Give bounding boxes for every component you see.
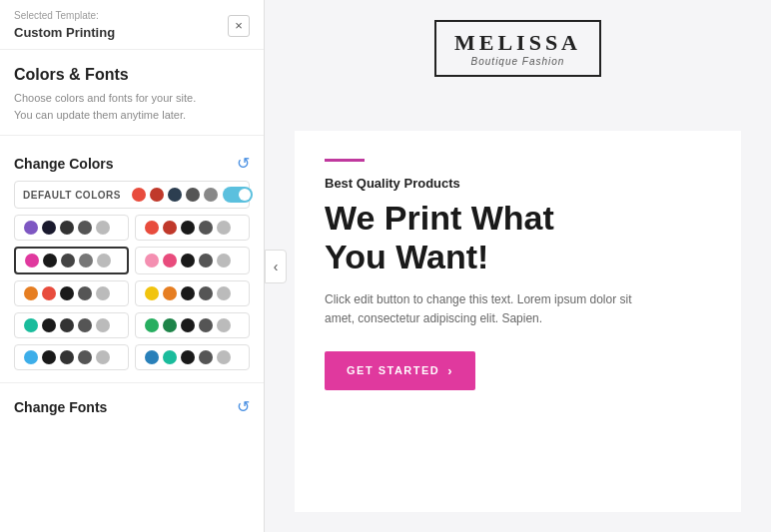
- color-dot: [145, 318, 159, 332]
- color-dots-red-dark: [144, 221, 232, 235]
- brand-name: MELISSA: [454, 30, 581, 56]
- color-dot: [181, 254, 195, 267]
- color-dot: [163, 318, 177, 332]
- color-dots-yellow: [144, 286, 232, 300]
- selected-template-header: Selected Template: Custom Printing ×: [0, 0, 264, 50]
- color-dot: [61, 254, 75, 267]
- color-dot: [24, 318, 38, 332]
- color-dot: [145, 350, 159, 364]
- hero-cta-arrow-icon: ›: [447, 363, 453, 378]
- color-dot: [60, 318, 74, 332]
- color-dots-green: [144, 318, 232, 332]
- color-dot: [186, 188, 200, 202]
- color-dot: [97, 254, 111, 267]
- color-dot: [163, 254, 177, 267]
- hero-title: We Print WhatYou Want!: [325, 199, 711, 276]
- change-fonts-header: Change Fonts ↺: [0, 382, 264, 424]
- brand-tagline: Boutique Fashion: [454, 56, 581, 67]
- color-dot: [78, 221, 92, 235]
- color-dot: [199, 221, 213, 235]
- color-dot: [42, 350, 56, 364]
- color-options: DEFAULT COLORS: [0, 181, 264, 378]
- color-dot: [42, 221, 56, 235]
- default-colors-toggle[interactable]: [223, 187, 253, 203]
- color-dot: [145, 286, 159, 300]
- color-dot: [78, 286, 92, 300]
- color-dot: [78, 318, 92, 332]
- color-dot: [43, 254, 57, 267]
- color-dots-light-pink: [144, 254, 232, 267]
- preview-content: ‹ MELISSA Boutique Fashion Best Quality …: [265, 0, 771, 532]
- color-row-orange[interactable]: [14, 280, 129, 306]
- color-dot: [168, 188, 182, 202]
- color-dot: [24, 221, 38, 235]
- selected-template-label: Selected Template:: [14, 10, 115, 21]
- color-dot: [199, 350, 213, 364]
- color-dot: [217, 350, 231, 364]
- color-dot: [150, 188, 164, 202]
- color-rows-grid: [14, 215, 250, 370]
- color-dot: [24, 350, 38, 364]
- color-dot: [217, 254, 231, 267]
- color-dot: [199, 286, 213, 300]
- reset-colors-icon[interactable]: ↺: [237, 154, 250, 173]
- selected-template-name: Custom Printing: [14, 25, 115, 40]
- hero-body: Click edit button to change this text. L…: [325, 290, 664, 328]
- hero-subtitle: Best Quality Products: [325, 176, 711, 191]
- collapse-panel-button[interactable]: ‹: [265, 250, 287, 283]
- color-dot: [181, 221, 195, 235]
- brand-logo: MELISSA Boutique Fashion: [434, 20, 601, 77]
- color-dot: [204, 188, 218, 202]
- hero-cta-label: GET STARTED: [347, 364, 439, 376]
- change-fonts-title: Change Fonts: [14, 399, 107, 415]
- color-dot: [42, 318, 56, 332]
- left-panel: Selected Template: Custom Printing × Col…: [0, 0, 265, 532]
- color-dot: [199, 254, 213, 267]
- color-dot: [60, 350, 74, 364]
- color-row-teal[interactable]: [14, 312, 129, 338]
- color-dot: [217, 318, 231, 332]
- color-dot: [217, 221, 231, 235]
- preview-hero: Best Quality Products We Print WhatYou W…: [295, 131, 741, 512]
- color-dot: [96, 221, 110, 235]
- color-row-pink[interactable]: [14, 247, 129, 274]
- reset-fonts-icon[interactable]: ↺: [237, 397, 250, 416]
- color-dot: [96, 318, 110, 332]
- color-dot: [181, 350, 195, 364]
- right-preview: ‹ MELISSA Boutique Fashion Best Quality …: [265, 0, 771, 532]
- colors-fonts-section: Colors & Fonts Choose colors and fonts f…: [0, 50, 264, 131]
- change-colors-header: Change Colors ↺: [0, 140, 264, 181]
- color-row-yellow[interactable]: [135, 280, 250, 306]
- color-dots-blue: [23, 350, 111, 364]
- color-dot: [24, 286, 38, 300]
- color-dot: [181, 318, 195, 332]
- hero-cta-button[interactable]: GET STARTED ›: [325, 351, 475, 390]
- color-row-blue[interactable]: [14, 344, 129, 370]
- color-dot: [132, 188, 146, 202]
- color-dot: [60, 221, 74, 235]
- color-row-purple[interactable]: [14, 215, 129, 241]
- color-dot: [199, 318, 213, 332]
- color-dot: [79, 254, 93, 267]
- color-row-green[interactable]: [135, 312, 250, 338]
- color-row-red-dark[interactable]: [135, 215, 250, 241]
- color-dots-purple: [23, 221, 111, 235]
- color-dots-default: [131, 188, 219, 202]
- color-dot: [60, 286, 74, 300]
- close-button[interactable]: ×: [228, 15, 250, 37]
- color-row-default-label: DEFAULT COLORS: [23, 190, 121, 201]
- color-dot: [217, 286, 231, 300]
- colors-fonts-desc: Choose colors and fonts for your site.Yo…: [14, 90, 250, 123]
- color-dot: [78, 350, 92, 364]
- color-dot: [145, 221, 159, 235]
- color-row-default[interactable]: DEFAULT COLORS: [14, 181, 250, 209]
- change-colors-title: Change Colors: [14, 156, 114, 172]
- colors-fonts-title: Colors & Fonts: [14, 66, 250, 84]
- color-row-dark-blue[interactable]: [135, 344, 250, 370]
- color-dots-pink: [24, 254, 112, 267]
- color-dots-dark-blue: [144, 350, 232, 364]
- color-row-light-pink[interactable]: [135, 247, 250, 274]
- color-dot: [163, 286, 177, 300]
- color-dot: [163, 221, 177, 235]
- color-dot: [96, 286, 110, 300]
